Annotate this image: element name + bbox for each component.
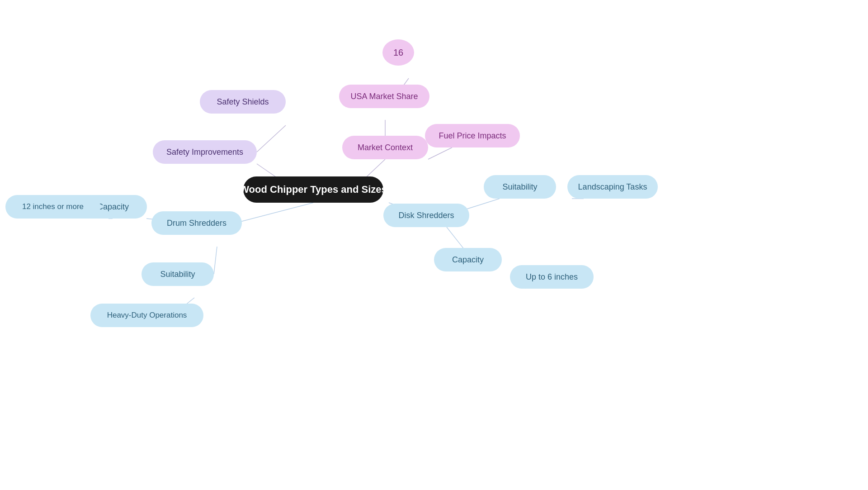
suitability-left-node[interactable]: Suitability [142, 262, 214, 286]
svg-line-9 [214, 247, 217, 274]
inches-or-more-node[interactable]: 12 inches or more [5, 195, 100, 219]
usa-market-share-node[interactable]: USA Market Share [339, 85, 429, 108]
capacity-right-node[interactable]: Capacity [434, 248, 502, 271]
svg-line-1 [257, 125, 286, 152]
svg-line-6 [235, 203, 313, 223]
up-to-6-inches-node[interactable]: Up to 6 inches [510, 265, 594, 289]
fuel-price-impacts-node[interactable]: Fuel Price Impacts [425, 124, 520, 147]
landscaping-tasks-node[interactable]: Landscaping Tasks [567, 175, 658, 199]
drum-shredders-node[interactable]: Drum Shredders [151, 211, 242, 235]
number-16-node[interactable]: 16 [382, 39, 414, 66]
market-context-node[interactable]: Market Context [342, 136, 428, 159]
heavy-duty-node[interactable]: Heavy-Duty Operations [90, 304, 203, 327]
safety-improvements-node[interactable]: Safety Improvements [153, 140, 257, 164]
suitability-right-node[interactable]: Suitability [484, 175, 556, 199]
svg-line-5 [428, 147, 452, 159]
center-node[interactable]: Wood Chipper Types and Sizes [243, 176, 383, 203]
safety-shields-node[interactable]: Safety Shields [200, 90, 286, 114]
disk-shredders-node[interactable]: Disk Shredders [383, 204, 469, 227]
